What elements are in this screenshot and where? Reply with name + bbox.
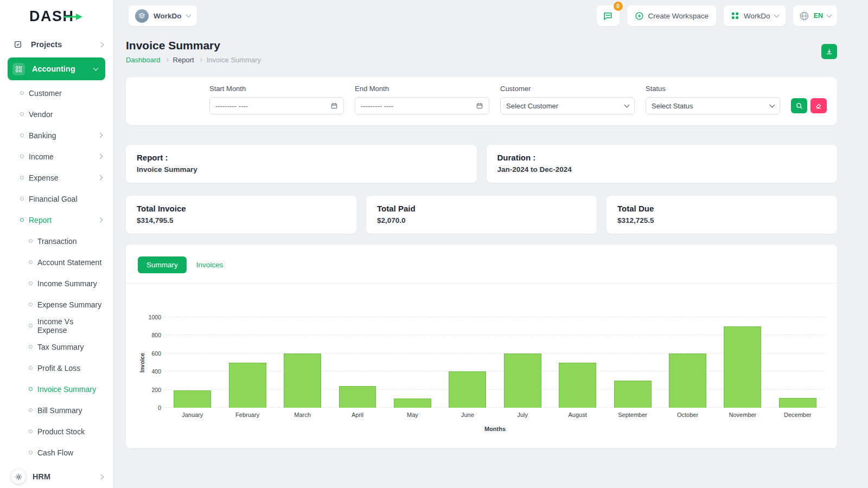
page-header: Invoice Summary Dashboard Report Invoice… (113, 31, 868, 67)
x-tick-label: May (385, 412, 440, 418)
apply-filter-button[interactable] (791, 98, 807, 113)
sidebar-item-transaction[interactable]: Transaction (0, 230, 113, 252)
bar-august[interactable] (559, 363, 596, 408)
chevron-down-icon (770, 102, 775, 108)
sidebar-item-profit-loss[interactable]: Profit & Loss (0, 357, 113, 378)
checklist-icon (11, 38, 24, 51)
bar-slot (385, 317, 440, 408)
x-tick-label: September (605, 412, 660, 418)
messages-badge: 0 (614, 2, 623, 11)
workdo-apps-button[interactable]: WorkDo (724, 5, 786, 26)
language-selector[interactable]: EN (793, 5, 837, 26)
bar-january[interactable] (174, 390, 211, 408)
eraser-icon (815, 102, 822, 110)
bar-slot (220, 317, 275, 408)
x-tick-label: January (165, 412, 220, 418)
breadcrumb-report[interactable]: Report (173, 56, 194, 64)
sidebar-item-financial-goal[interactable]: Financial Goal (0, 188, 113, 209)
bullet-icon (29, 429, 33, 433)
chevron-down-icon (624, 102, 630, 108)
chevron-down-icon (93, 66, 99, 71)
duration-card-title: Duration : (497, 153, 827, 162)
sidebar-item-accounting[interactable]: Accounting (8, 57, 105, 80)
tab-summary[interactable]: Summary (138, 256, 187, 273)
sidebar-item-account-statement[interactable]: Account Statement (0, 252, 113, 273)
y-tick-label: 1000 (149, 314, 161, 320)
sidebar-item-label: Income Summary (37, 279, 97, 288)
y-axis-ticks: 02004006008001000 (146, 317, 165, 408)
sidebar-item-label: Financial Goal (29, 195, 78, 203)
report-card: Report : Invoice Summary (126, 145, 477, 183)
sidebar-item-projects[interactable]: Projects (0, 33, 113, 56)
bullet-icon (29, 303, 33, 306)
sidebar-item-banking[interactable]: Banking (0, 125, 113, 146)
calendar-icon (330, 102, 338, 110)
x-tick-label: November (715, 412, 770, 418)
chart-body: Invoice 02004006008001000 JanuaryFebruar… (126, 317, 837, 448)
sidebar-item-label: Customer (29, 89, 62, 98)
sidebar-item-customer[interactable]: Customer (0, 82, 113, 104)
breadcrumb: Dashboard Report Invoice Summary (126, 56, 261, 64)
bar-april[interactable] (339, 386, 376, 408)
sidebar-item-vendor[interactable]: Vendor (0, 104, 113, 125)
bullet-icon (20, 91, 24, 95)
sidebar-item-label: Profit & Loss (37, 364, 80, 373)
customer-label: Customer (500, 85, 635, 93)
duration-card-value: Jan-2024 to Dec-2024 (497, 165, 827, 174)
end-month-input[interactable]: --------- ---- (355, 97, 489, 114)
app-logo[interactable]: DASH (0, 0, 113, 33)
sidebar-item-hrm[interactable]: HRM (0, 463, 113, 488)
sidebar-item-product-stock[interactable]: Product Stock (0, 421, 113, 442)
bar-october[interactable] (669, 354, 706, 408)
status-label: Status (646, 85, 780, 93)
customer-select[interactable]: Select Customer (500, 97, 635, 114)
sidebar-item-label: Vendor (29, 110, 53, 119)
workspace-switcher[interactable]: WorkDo (129, 5, 197, 26)
sidebar-item-label: Expense Summary (37, 300, 101, 309)
chat-icon (603, 11, 613, 21)
clear-filter-button[interactable] (810, 98, 827, 113)
bar-december[interactable] (779, 398, 816, 408)
start-month-input[interactable]: --------- ---- (209, 97, 344, 114)
breadcrumb-current: Invoice Summary (207, 56, 261, 64)
summary-chart-card: Summary Invoices Invoice 020040060080010… (126, 245, 837, 448)
x-tick-label: March (275, 412, 330, 418)
bar-july[interactable] (504, 354, 541, 408)
sidebar-item-income-vs-expense[interactable]: Income Vs Expense (0, 315, 113, 336)
bar-september[interactable] (614, 381, 652, 408)
tab-invoices[interactable]: Invoices (195, 256, 225, 273)
chevron-right-icon (165, 58, 169, 62)
report-card-value: Invoice Summary (137, 165, 466, 174)
main-area: WorkDo 0 Create Workspace (113, 0, 868, 448)
sidebar-item-expense[interactable]: Expense (0, 167, 113, 188)
bar-november[interactable] (724, 326, 761, 408)
sidebar-item-expense-summary[interactable]: Expense Summary (0, 294, 113, 315)
messages-button[interactable]: 0 (597, 5, 620, 26)
sidebar-item-cash-flow[interactable]: Cash Flow (0, 442, 113, 463)
sidebar-item-label: Transaction (37, 237, 77, 246)
grid-icon (731, 11, 739, 20)
create-workspace-button[interactable]: Create Workspace (627, 5, 717, 26)
bar-february[interactable] (229, 363, 266, 408)
sidebar-item-label: HRM (33, 472, 50, 481)
bar-june[interactable] (449, 371, 486, 408)
download-button[interactable] (821, 44, 837, 59)
x-tick-label: October (660, 412, 715, 418)
chevron-right-icon (99, 474, 104, 479)
sidebar-item-invoice-summary[interactable]: Invoice Summary (0, 378, 113, 400)
status-select[interactable]: Select Status (646, 97, 780, 114)
x-axis-ticks: JanuaryFebruaryMarchAprilMayJuneJulyAugu… (165, 412, 825, 418)
bar-march[interactable] (284, 354, 321, 408)
customer-group: Customer Select Customer (500, 85, 635, 114)
sidebar-item-income-summary[interactable]: Income Summary (0, 273, 113, 294)
sidebar-item-bill-summary[interactable]: Bill Summary (0, 400, 113, 421)
axis-spacer (138, 412, 165, 418)
sidebar-item-tax-summary[interactable]: Tax Summary (0, 336, 113, 357)
breadcrumb-dashboard[interactable]: Dashboard (126, 56, 161, 64)
chevron-down-icon (186, 12, 191, 18)
workdo-apps-label: WorkDo (744, 12, 770, 20)
bar-may[interactable] (394, 399, 431, 408)
sidebar-item-report[interactable]: Report (0, 209, 113, 230)
report-duration-row: Report : Invoice Summary Duration : Jan-… (126, 145, 837, 183)
sidebar-item-income[interactable]: Income (0, 146, 113, 167)
